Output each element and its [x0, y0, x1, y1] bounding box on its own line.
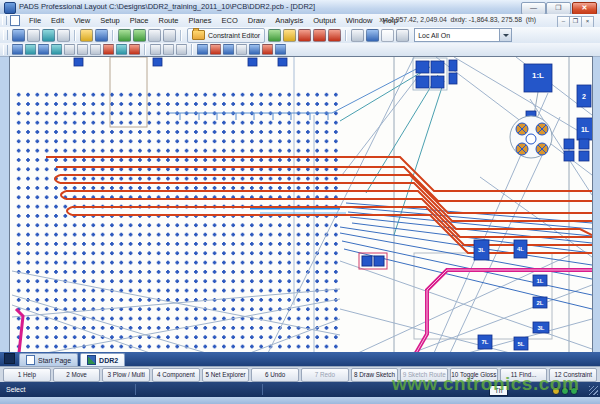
- toolbar-separator: [191, 44, 193, 55]
- menu-grip[interactable]: [2, 16, 7, 25]
- toolbar-grip[interactable]: [3, 45, 8, 55]
- pad-entry-icon[interactable]: [90, 44, 101, 55]
- menu-route[interactable]: Route: [154, 14, 184, 27]
- fkey-undo[interactable]: 6 Undo: [251, 368, 299, 382]
- constraint-editor-button[interactable]: Constraint Editor: [187, 28, 265, 43]
- menu-analysis[interactable]: Analysis: [270, 14, 308, 27]
- tab-label: Start Page: [38, 357, 71, 364]
- via-icon[interactable]: [64, 44, 75, 55]
- pad-label: 2: [577, 93, 591, 100]
- net-color-icon[interactable]: [223, 44, 234, 55]
- move-icon[interactable]: [80, 29, 93, 42]
- tab-start-page[interactable]: Start Page: [19, 353, 78, 366]
- top-net-line: [170, 67, 420, 120]
- display-control-icon[interactable]: [148, 29, 161, 42]
- pin-swap-icon[interactable]: [129, 44, 140, 55]
- fkey-component[interactable]: 4 Component: [152, 368, 200, 382]
- align-icon[interactable]: [150, 44, 161, 55]
- chevron-down-icon[interactable]: [499, 29, 511, 41]
- sketch-icon[interactable]: [116, 44, 127, 55]
- distribute-icon[interactable]: [163, 44, 174, 55]
- toolbar-separator: [112, 30, 114, 41]
- review-hazards-icon[interactable]: [328, 29, 341, 42]
- place-component-icon[interactable]: [95, 29, 108, 42]
- multi-route-icon[interactable]: [38, 44, 49, 55]
- hazard-icon[interactable]: [313, 29, 326, 42]
- add-icon[interactable]: [268, 29, 281, 42]
- zoom-icon[interactable]: [249, 44, 260, 55]
- tab-ddr2[interactable]: DDR2: [80, 353, 125, 366]
- toolbar-separator: [180, 30, 182, 41]
- pad-label: 1L: [577, 126, 593, 133]
- circular-component: [510, 116, 552, 158]
- options-icon[interactable]: [396, 29, 409, 42]
- toolbar-separator: [144, 44, 146, 55]
- coordinate-readout: xy: 2,957.42, 2,049.04 dxdy: -1,864.83, …: [380, 16, 536, 23]
- units-readout: (th): [526, 16, 536, 23]
- menu-window[interactable]: Window: [341, 14, 378, 27]
- pad-label: 4L: [514, 246, 527, 252]
- measure-icon[interactable]: [236, 44, 247, 55]
- net-explorer-icon[interactable]: [197, 44, 208, 55]
- menu-file[interactable]: File: [24, 14, 46, 27]
- menu-view[interactable]: View: [69, 14, 95, 27]
- highlight-icon[interactable]: [210, 44, 221, 55]
- layer-scheme-combo[interactable]: Loc All On: [414, 28, 512, 42]
- route-icon[interactable]: [25, 44, 36, 55]
- editor-control-icon[interactable]: [163, 29, 176, 42]
- title-bar[interactable]: PADS Professional Layout C:\Designs\DDR2…: [0, 0, 600, 15]
- cross-probe-icon[interactable]: [351, 29, 364, 42]
- menu-place[interactable]: Place: [125, 14, 154, 27]
- pad-label: 3L: [474, 247, 489, 253]
- undo-icon[interactable]: [42, 29, 55, 42]
- tune-icon[interactable]: [51, 44, 62, 55]
- menu-edit[interactable]: Edit: [46, 14, 69, 27]
- menu-planes[interactable]: Planes: [184, 14, 217, 27]
- component-pads: [74, 58, 592, 350]
- board-outlines: [110, 57, 569, 353]
- layers-icon[interactable]: [366, 29, 379, 42]
- fkey-net-explorer[interactable]: 5 Net Explorer: [202, 368, 250, 382]
- menu-draw[interactable]: Draw: [243, 14, 271, 27]
- window-frame: [0, 397, 600, 404]
- toolbar-separator: [74, 30, 76, 41]
- tab-label: DDR2: [99, 357, 118, 364]
- board-view-icon[interactable]: [118, 29, 131, 42]
- warning-icon[interactable]: [283, 29, 296, 42]
- page-icon: [26, 355, 35, 365]
- menu-output[interactable]: Output: [308, 14, 341, 27]
- document-icon: [10, 15, 20, 26]
- toolbar-grip[interactable]: [3, 30, 8, 40]
- constraint-editor-label: Constraint Editor: [208, 32, 260, 39]
- rotate-icon[interactable]: [176, 44, 187, 55]
- edit-toolbar: [0, 43, 600, 57]
- export-icon[interactable]: [133, 29, 146, 42]
- delete-icon[interactable]: [103, 44, 114, 55]
- properties-icon[interactable]: [275, 44, 286, 55]
- search-icon[interactable]: [27, 29, 40, 42]
- resize-grip[interactable]: [589, 386, 598, 395]
- app-window: PADS Professional Layout C:\Designs\DDR2…: [0, 0, 600, 404]
- menu-eco[interactable]: ECO: [216, 14, 242, 27]
- drc-icon[interactable]: [298, 29, 311, 42]
- fkey-redo[interactable]: 7 Redo: [301, 368, 349, 382]
- fkey-help[interactable]: 1 Help: [3, 368, 51, 382]
- fkey-plow-multi[interactable]: 3 Plow / Multi: [102, 368, 150, 382]
- pcb-artwork: [10, 57, 592, 353]
- orange-trace-bundle: [46, 157, 592, 253]
- report-icon[interactable]: [381, 29, 394, 42]
- document-tab-bar: Start Page DDR2: [0, 352, 600, 366]
- select-icon[interactable]: [12, 44, 23, 55]
- dxdy-readout: dxdy: -1,864.83, 275.58: [451, 16, 522, 23]
- stop-icon[interactable]: [262, 44, 273, 55]
- redo-icon[interactable]: [57, 29, 70, 42]
- board-icon: [87, 355, 96, 365]
- save-icon[interactable]: [12, 29, 25, 42]
- menu-setup[interactable]: Setup: [95, 14, 125, 27]
- tab-scroll-button[interactable]: [4, 353, 15, 364]
- folder-icon: [192, 30, 205, 40]
- fkey-move[interactable]: 2 Move: [53, 368, 101, 382]
- pad-label: 1:L: [524, 72, 552, 80]
- fanout-icon[interactable]: [77, 44, 88, 55]
- design-canvas[interactable]: 1:L 2 1L 3L 4L 1L 2L 3L 7L 5L: [9, 56, 593, 354]
